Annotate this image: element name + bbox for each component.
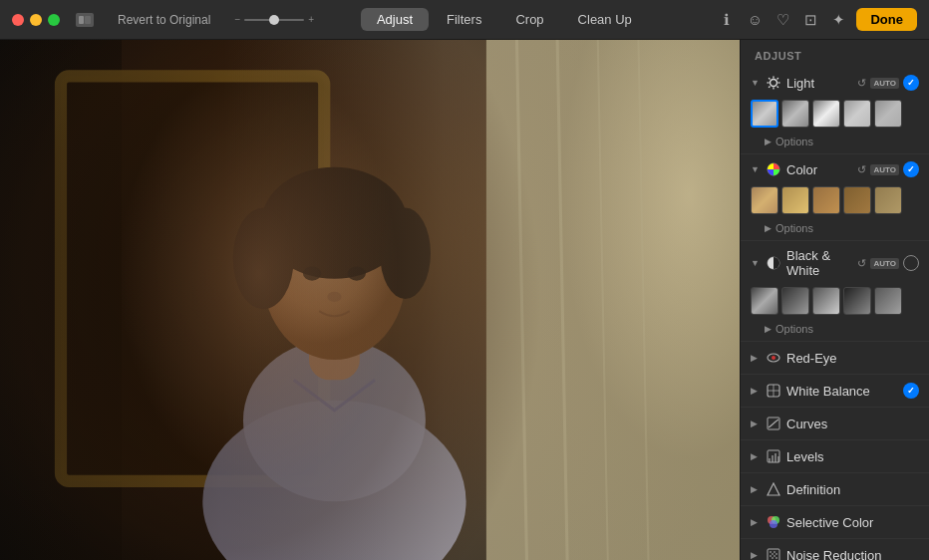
window-buttons [76,13,94,27]
emoji-icon[interactable]: ☺ [745,10,765,30]
noisereduction-row[interactable]: ▶ Noise Reduction [741,539,929,560]
redeye-row[interactable]: ▶ Red-Eye [741,342,929,375]
curves-row[interactable]: ▶ Curves [741,408,929,440]
toolbar-right: ℹ ☺ ♡ ⊡ ✦ Done [717,8,917,31]
light-thumb-1[interactable] [781,100,809,128]
light-section-header[interactable]: ▼ Light [741,68,929,96]
traffic-light-fullscreen[interactable] [48,14,60,26]
svg-line-29 [777,78,778,79]
light-thumb-3[interactable] [843,100,871,128]
light-reset-icon[interactable]: ↺ [857,77,866,90]
redeye-label: Red-Eye [786,351,919,366]
svg-rect-1 [85,16,91,24]
levels-icon [766,448,781,464]
svg-rect-54 [774,555,775,557]
svg-rect-53 [770,555,772,557]
whitebalance-check[interactable] [903,383,919,399]
blackwhite-label: Black & White [786,248,852,278]
whitebalance-row[interactable]: ▶ White Balance [741,375,929,408]
color-thumb-1[interactable] [781,186,809,214]
panel-title: ADJUST [741,40,929,68]
blackwhite-auto-badge[interactable]: AUTO [870,258,899,269]
traffic-light-close[interactable] [12,14,24,26]
curves-label: Curves [786,417,919,431]
traffic-lights [12,14,60,26]
color-thumb-3[interactable] [843,186,871,214]
color-chevron: ▼ [751,164,761,174]
tab-filters[interactable]: Filters [431,8,497,31]
color-section-header[interactable]: ▼ Color ↺ AUTO [741,154,929,182]
svg-rect-56 [775,557,777,559]
portrait-overlay [0,40,740,560]
svg-rect-42 [774,453,776,462]
bw-thumb-1[interactable] [781,287,809,315]
light-section: ▼ Light [741,68,929,154]
color-reset-icon[interactable]: ↺ [857,163,866,176]
svg-point-34 [772,356,775,360]
zoom-slider[interactable]: − + [234,14,314,25]
light-label: Light [786,76,852,91]
tab-adjust[interactable]: Adjust [361,8,429,31]
heart-icon[interactable]: ♡ [773,10,792,30]
titlebar: Revert to Original − + Adjust Filters Cr… [0,0,929,40]
redeye-chevron: ▶ [751,353,761,363]
light-thumbnails [741,96,929,134]
color-section: ▼ Color ↺ AUTO [741,154,929,241]
nav-tabs: Adjust Filters Crop Clean Up [361,8,648,31]
svg-line-27 [769,78,770,79]
definition-row[interactable]: ▶ Definition [741,473,929,506]
redeye-icon [766,350,781,366]
light-thumb-4[interactable] [874,100,902,128]
light-check[interactable] [903,75,919,91]
color-thumb-0[interactable] [751,186,778,214]
info-icon[interactable]: ℹ [717,10,737,30]
share-icon[interactable]: ⊡ [800,10,820,30]
color-auto-badge[interactable]: AUTO [870,164,899,175]
bw-thumb-2[interactable] [812,287,840,315]
panel-scroll[interactable]: ▼ Light [741,68,929,560]
blackwhite-check[interactable] [903,255,919,271]
right-panel: ADJUST ▼ [740,40,929,560]
light-options-chevron: ▶ [765,137,772,146]
color-thumb-4[interactable] [874,186,902,214]
light-thumb-2[interactable] [812,100,840,128]
bw-thumb-3[interactable] [843,287,871,315]
bw-thumb-0[interactable] [751,287,778,315]
curves-icon [766,416,781,431]
done-button[interactable]: Done [856,8,917,31]
blackwhite-options-row[interactable]: ▶ Options [741,321,929,341]
blackwhite-section-header[interactable]: ▼ Black & White ↺ AUTO [741,241,929,283]
whitebalance-label: White Balance [786,384,898,399]
traffic-light-minimize[interactable] [30,14,42,26]
levels-row[interactable]: ▶ Levels [741,440,929,473]
tab-cleanup[interactable]: Clean Up [562,8,648,31]
blackwhite-options-label: Options [775,323,813,335]
tab-crop[interactable]: Crop [499,8,559,31]
definition-chevron: ▶ [751,484,761,494]
noisereduction-icon [766,547,781,560]
color-check[interactable] [903,161,919,177]
svg-rect-40 [769,458,771,462]
color-options-row[interactable]: ▶ Options [741,220,929,240]
photo-area [0,40,740,560]
window-toggle-btn[interactable] [76,13,94,27]
svg-rect-43 [777,456,779,462]
color-thumb-2[interactable] [812,186,840,214]
blackwhite-reset-icon[interactable]: ↺ [857,257,866,270]
bw-thumb-4[interactable] [874,287,902,315]
color-controls: ↺ AUTO [857,161,919,177]
blackwhite-icon [766,255,781,271]
svg-marker-44 [768,483,779,495]
selectivecolor-icon [766,514,781,530]
definition-icon [766,481,781,497]
light-auto-badge[interactable]: AUTO [870,78,899,89]
blackwhite-options-chevron: ▶ [765,324,772,334]
selectivecolor-label: Selective Color [786,515,919,530]
selectivecolor-row[interactable]: ▶ Selective Color [741,506,929,539]
revert-button[interactable]: Revert to Original [110,10,218,30]
light-options-row[interactable]: ▶ Options [741,134,929,153]
light-thumb-0[interactable] [751,100,778,128]
blackwhite-thumbnails [741,283,929,321]
color-label: Color [786,162,852,177]
more-icon[interactable]: ✦ [828,10,848,30]
